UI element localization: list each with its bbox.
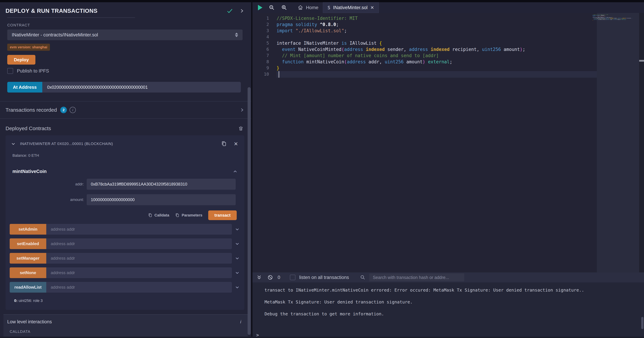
- setNone-expand-chevron-icon[interactable]: [234, 270, 240, 275]
- parameters-button-label: Parameters: [182, 213, 202, 218]
- code-editor[interactable]: 12345678910 //SPDX-License-Identifier: M…: [252, 13, 644, 272]
- deployed-contracts-title: Deployed Contracts: [6, 126, 51, 131]
- transactions-info-icon[interactable]: i: [70, 107, 76, 113]
- editor-scrollbar[interactable]: [639, 13, 644, 272]
- panel-scrollbar[interactable]: [248, 87, 251, 335]
- function-name-mintNativeCoin: mintNativeCoin: [12, 169, 46, 174]
- at-address-button[interactable]: At Address: [7, 82, 42, 92]
- readAllowList-input[interactable]: address addr: [46, 282, 232, 292]
- pending-tx-count: 0: [278, 275, 280, 280]
- function-collapse-chevron-up-icon[interactable]: [232, 169, 238, 174]
- at-address-input[interactable]: 0x02000000000000000000000000000000000000…: [42, 82, 241, 92]
- tab-inativeminter-label: INativeMinter.sol: [333, 5, 368, 10]
- setNone-button[interactable]: setNone: [10, 268, 46, 278]
- panel-title: DEPLOY & RUN TRANSACTIONS: [6, 8, 98, 14]
- deploy-run-panel: DEPLOY & RUN TRANSACTIONS CONTRACT INati…: [0, 2, 251, 336]
- setAdmin-expand-chevron-icon[interactable]: [234, 227, 240, 232]
- publish-ipfs-checkbox[interactable]: [7, 68, 13, 74]
- clear-console-ban-icon[interactable]: [267, 274, 273, 280]
- calldata-button-label: Calldata: [154, 213, 169, 218]
- zoom-in-icon[interactable]: [281, 4, 287, 11]
- amount-field-label: amount:: [6, 198, 87, 202]
- readAllowList-expand-chevron-icon[interactable]: [234, 285, 240, 290]
- terminal-search-input[interactable]: Search with transaction hash or addre...: [369, 274, 464, 282]
- setAdmin-input[interactable]: address addr: [46, 224, 232, 234]
- tab-close-icon[interactable]: ✕: [370, 5, 374, 10]
- remix-ide-window: DEPLOY & RUN TRANSACTIONS CONTRACT INati…: [0, 0, 644, 338]
- low-level-interactions-card: Low level interactions i CALLDATA Transa…: [4, 314, 248, 336]
- transactions-recorded-label: Transactions recorded: [6, 107, 57, 113]
- setEnabled-expand-chevron-icon[interactable]: [234, 242, 240, 246]
- minimap: //SPDX-License-Identifier: MITpragma sol…: [592, 14, 632, 21]
- low-level-info-icon[interactable]: i: [240, 319, 244, 324]
- publish-ipfs-label: Publish to IPFS: [17, 68, 49, 74]
- calldata-label: CALLDATA: [10, 329, 244, 334]
- search-icon: [360, 275, 366, 280]
- amount-field-input[interactable]: 1000000000000000000: [87, 194, 236, 205]
- editor-tabbar: Home S INativeMinter.sol ✕: [252, 2, 644, 13]
- terminal-collapse-icon[interactable]: [256, 274, 262, 280]
- addr-field-label: addr:: [6, 182, 87, 186]
- tab-inativeminter[interactable]: S INativeMinter.sol ✕: [323, 2, 379, 13]
- transact-button[interactable]: transact: [208, 210, 237, 220]
- terminal-scrollbar-thumb[interactable]: [641, 317, 644, 329]
- terminal-log-line: Debug the transaction to get more inform…: [264, 312, 644, 316]
- compile-success-check-icon: [226, 8, 233, 14]
- readAllowList-result: 0: uint256: role 3: [14, 298, 244, 303]
- contract-collapse-chevron-icon[interactable]: [10, 142, 16, 146]
- terminal-toolbar: 0 listen on all transactions Search with…: [252, 272, 644, 282]
- result-value: uint256: role 3: [18, 298, 43, 303]
- contract-select-value: INativeMinter - contracts/INativeMinter.…: [12, 32, 98, 38]
- editor-scrollbar-thumb[interactable]: [639, 60, 644, 62]
- terminal-output[interactable]: transact to INativeMinter.mintNativeCoin…: [252, 282, 644, 338]
- code-lines: //SPDX-License-Identifier: MITpragma sol…: [276, 15, 596, 77]
- trash-icon[interactable]: [238, 125, 244, 132]
- run-script-play-icon[interactable]: [258, 5, 262, 10]
- setEnabled-input[interactable]: address addr: [46, 238, 232, 249]
- collapse-panel-chevron-icon[interactable]: [239, 8, 244, 14]
- transactions-count-badge: 2: [60, 107, 67, 113]
- setManager-input[interactable]: address addr: [46, 253, 232, 264]
- deploy-button[interactable]: Deploy: [7, 55, 36, 64]
- window-top-edge: [0, 0, 644, 2]
- result-index: 0:: [14, 298, 18, 303]
- deployed-contract-card: INATIVEMINTER AT 0X020...00001 (BLOCKCHA…: [6, 135, 244, 310]
- copy-calldata-button[interactable]: Calldata: [148, 213, 169, 218]
- copy-address-icon[interactable]: [221, 140, 227, 147]
- setAdmin-button[interactable]: setAdmin: [10, 224, 46, 234]
- deployed-contract-title: INATIVEMINTER AT 0X020...00001 (BLOCKCHA…: [20, 142, 113, 146]
- transactions-expand-chevron-icon[interactable]: [240, 107, 244, 113]
- select-updown-icon: [235, 33, 238, 37]
- listen-transactions-label: listen on all transactions: [299, 275, 349, 280]
- editor-area: Home S INativeMinter.sol ✕ 12345678910 /…: [252, 2, 644, 338]
- contract-select[interactable]: INativeMinter - contracts/INativeMinter.…: [7, 30, 242, 40]
- evm-version-badge: evm version: shanghai: [7, 44, 50, 51]
- remove-contract-close-icon[interactable]: ✕: [234, 141, 238, 147]
- low-level-title: Low level interactions: [7, 319, 52, 324]
- tab-home[interactable]: Home: [293, 2, 323, 13]
- setEnabled-button[interactable]: setEnabled: [10, 238, 46, 249]
- terminal-log-line: MetaMask Tx Signature: User denied trans…: [264, 300, 644, 304]
- transactions-recorded-row: Transactions recorded 2 i: [0, 101, 251, 119]
- home-icon: [298, 5, 303, 10]
- readAllowList-button[interactable]: readAllowList: [10, 282, 46, 292]
- zoom-out-icon[interactable]: [269, 4, 275, 11]
- setNone-input[interactable]: address addr: [46, 268, 232, 278]
- setManager-expand-chevron-icon[interactable]: [234, 256, 240, 260]
- solidity-file-icon: S: [328, 5, 330, 10]
- panel-editor-divider[interactable]: [251, 0, 252, 338]
- line-numbers: 12345678910: [252, 15, 276, 77]
- terminal: 0 listen on all transactions Search with…: [252, 272, 644, 338]
- addr-field-input[interactable]: 0xB78cbAa319ffBD899951AA30D4320f58189383…: [87, 179, 236, 190]
- listen-transactions-checkbox[interactable]: [290, 275, 296, 280]
- terminal-log-line: transact to INativeMinter.mintNativeCoin…: [264, 288, 644, 292]
- minimap-column[interactable]: //SPDX-License-Identifier: MITpragma sol…: [597, 13, 639, 272]
- window-bottom-edge: [0, 336, 644, 338]
- title-underline: [7, 18, 135, 18]
- contract-label: CONTRACT: [7, 23, 251, 28]
- setManager-button[interactable]: setManager: [10, 253, 46, 264]
- tab-home-label: Home: [306, 5, 318, 10]
- contract-balance: Balance: 0 ETH: [12, 153, 244, 158]
- copy-parameters-button[interactable]: Parameters: [175, 213, 202, 218]
